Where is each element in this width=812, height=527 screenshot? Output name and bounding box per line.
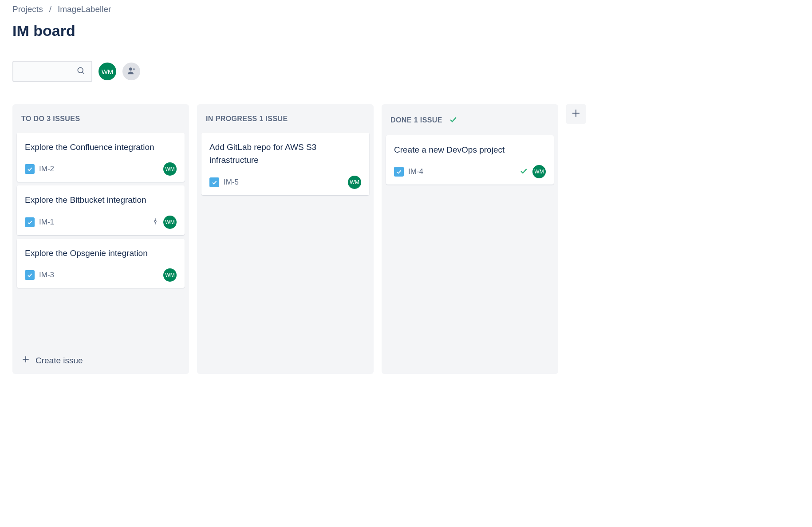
board: TO DO 3 ISSUESExplore the Confluence int…: [12, 104, 800, 374]
issue-title: Explore the Bitbucket integration: [25, 193, 177, 206]
column-header: TO DO 3 ISSUES: [17, 110, 185, 133]
issue-card[interactable]: Create a new DevOps projectIM-4WM: [386, 135, 554, 185]
column-title: TO DO 3 ISSUES: [21, 115, 80, 123]
column-header: DONE 1 ISSUE: [386, 110, 554, 135]
assignee-avatar[interactable]: WM: [163, 268, 177, 282]
add-column-button[interactable]: [566, 104, 586, 124]
board-column: TO DO 3 ISSUESExplore the Confluence int…: [12, 104, 189, 374]
user-avatar[interactable]: WM: [99, 63, 116, 80]
plus-icon: [571, 108, 581, 120]
column-title: DONE 1 ISSUE: [390, 116, 442, 124]
done-check-icon: [519, 166, 528, 177]
create-issue-button[interactable]: Create issue: [17, 349, 185, 369]
issue-title: Explore the Confluence integration: [25, 141, 177, 153]
issue-card[interactable]: Explore the Opsgenie integrationIM-3WM: [17, 239, 185, 288]
page-title: IM board: [12, 22, 800, 39]
assignee-avatar[interactable]: WM: [163, 162, 177, 176]
issue-card[interactable]: Explore the Confluence integrationIM-2WM: [17, 133, 185, 182]
issue-footer: IM-4WM: [394, 165, 546, 178]
search-input[interactable]: [12, 61, 92, 82]
task-type-icon: [209, 177, 219, 187]
breadcrumb-projects[interactable]: Projects: [12, 4, 43, 14]
issue-card[interactable]: Add GitLab repo for AWS S3 infrastructur…: [201, 133, 369, 195]
svg-line-1: [83, 72, 84, 74]
board-column: DONE 1 ISSUECreate a new DevOps projectI…: [382, 104, 558, 374]
issue-key[interactable]: IM-1: [39, 218, 54, 227]
issue-title: Explore the Opsgenie integration: [25, 247, 177, 260]
task-type-icon: [25, 164, 35, 174]
assignee-avatar[interactable]: WM: [348, 176, 361, 189]
column-title: IN PROGRESS 1 ISSUE: [206, 115, 288, 123]
column-header: IN PROGRESS 1 ISSUE: [201, 110, 369, 133]
plus-icon: [21, 355, 30, 366]
add-person-icon: [127, 66, 136, 77]
task-type-icon: [25, 270, 35, 280]
assignee-avatar[interactable]: WM: [532, 165, 546, 178]
breadcrumb-separator: /: [49, 4, 51, 14]
svg-point-5: [154, 220, 156, 222]
board-column: IN PROGRESS 1 ISSUEAdd GitLab repo for A…: [197, 104, 374, 374]
task-type-icon: [25, 217, 35, 227]
issue-footer: IM-1WM: [25, 216, 177, 229]
toolbar: WM: [12, 61, 800, 82]
add-member-button[interactable]: [122, 63, 140, 80]
issue-key[interactable]: IM-5: [224, 178, 239, 187]
svg-point-0: [78, 67, 83, 73]
breadcrumb-project-name[interactable]: ImageLabeller: [58, 4, 111, 14]
issue-footer: IM-2WM: [25, 162, 177, 176]
issue-title: Add GitLab repo for AWS S3 infrastructur…: [209, 141, 361, 167]
commit-icon: [152, 218, 159, 227]
issue-key[interactable]: IM-3: [39, 271, 54, 279]
issue-footer: IM-5WM: [209, 176, 361, 189]
search-icon: [76, 66, 85, 77]
issue-key[interactable]: IM-2: [39, 165, 54, 173]
task-type-icon: [394, 167, 404, 177]
issue-card[interactable]: Explore the Bitbucket integrationIM-1WM: [17, 185, 185, 235]
svg-point-2: [129, 67, 132, 71]
issue-key[interactable]: IM-4: [408, 167, 423, 176]
assignee-avatar[interactable]: WM: [163, 216, 177, 229]
issue-footer: IM-3WM: [25, 268, 177, 282]
check-icon: [449, 115, 457, 126]
issue-title: Create a new DevOps project: [394, 143, 546, 156]
breadcrumb: Projects / ImageLabeller: [12, 4, 800, 14]
create-issue-label: Create issue: [35, 356, 83, 366]
